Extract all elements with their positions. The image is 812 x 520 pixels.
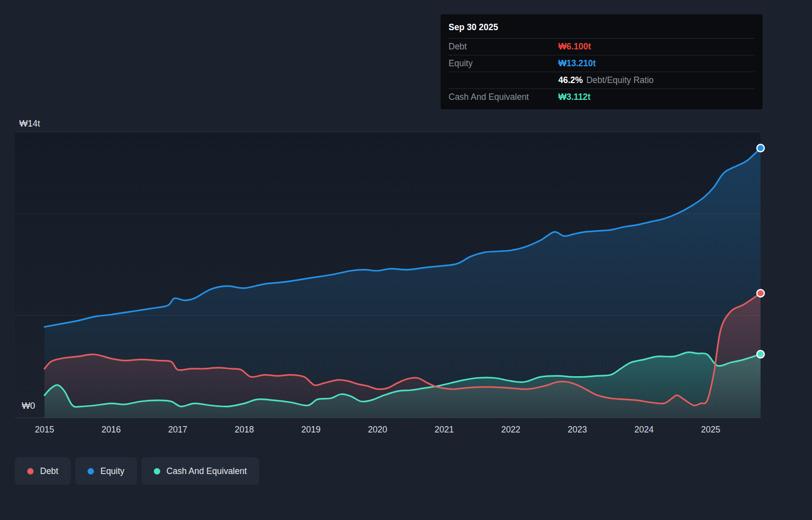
tooltip-equity-label: Equity <box>449 58 558 69</box>
cash-series-dot-icon <box>154 468 160 475</box>
tooltip-date: Sep 30 2025 <box>441 14 763 38</box>
chart-tooltip: Sep 30 2025 Debt ₩6.100t Equity ₩13.210t… <box>441 14 763 109</box>
legend: Debt Equity Cash And Equivalent <box>15 457 259 485</box>
tooltip-debt-label: Debt <box>449 42 558 52</box>
equity-series-dot-icon <box>88 468 94 475</box>
legend-item-cash[interactable]: Cash And Equivalent <box>141 457 259 485</box>
end-dot-cash <box>757 350 765 358</box>
end-dot-debt <box>757 290 765 297</box>
tooltip-row-ratio: 46.2% Debt/Equity Ratio <box>449 72 755 88</box>
tooltip-ratio-label: Debt/Equity Ratio <box>586 75 654 86</box>
end-dot-equity <box>757 144 765 152</box>
legend-item-debt[interactable]: Debt <box>15 457 71 485</box>
tooltip-ratio-value: 46.2% <box>558 75 583 86</box>
tooltip-cash-value: ₩3.112t <box>558 92 590 102</box>
tooltip-row-cash: Cash And Equivalent ₩3.112t <box>449 88 755 105</box>
debt-series-dot-icon <box>27 468 34 475</box>
tooltip-cash-label: Cash And Equivalent <box>449 92 558 102</box>
legend-label-cash: Cash And Equivalent <box>167 466 247 477</box>
tooltip-debt-value: ₩6.100t <box>558 42 591 52</box>
y-axis-label-max: ₩14t <box>19 119 40 129</box>
tooltip-row-debt: Debt ₩6.100t <box>449 38 755 55</box>
tooltip-equity-value: ₩13.210t <box>558 58 596 69</box>
y-axis-label-zero: ₩0 <box>22 401 35 411</box>
legend-item-equity[interactable]: Equity <box>75 457 137 485</box>
legend-label-debt: Debt <box>40 466 58 477</box>
legend-label-equity: Equity <box>100 466 125 477</box>
tooltip-row-equity: Equity ₩13.210t <box>449 55 755 72</box>
